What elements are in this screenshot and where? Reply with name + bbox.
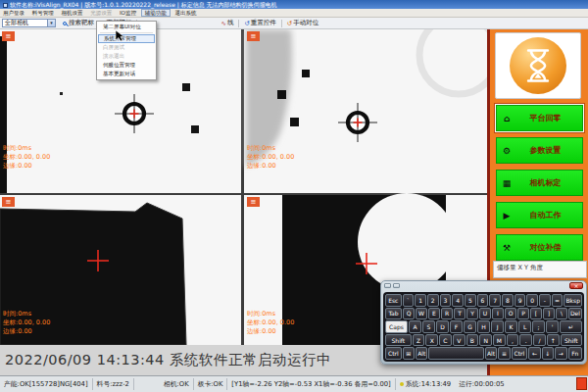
key-↵[interactable]: ↵ [560, 320, 582, 333]
close-icon[interactable]: × [569, 282, 583, 289]
menu-item-aux-functions[interactable]: 辅助功能 [141, 9, 171, 17]
key-p[interactable]: P [517, 308, 529, 320]
dropdown-item-system-exception[interactable]: 系统异常管理 [98, 34, 155, 43]
key-=[interactable]: = [552, 294, 564, 307]
key-bksp[interactable]: Bksp [564, 294, 581, 307]
draw-line-button[interactable]: ∿ 线 [218, 19, 236, 27]
parameter-settings-button[interactable]: ⚙ 参数设置 [496, 137, 583, 164]
camera-calibration-button[interactable]: ▦ 相机标定 [496, 170, 583, 196]
overlay-time: 时间:0ms [3, 310, 50, 318]
key-4[interactable]: 4 [452, 294, 464, 307]
key-5[interactable]: 5 [465, 294, 476, 307]
osk-dock-icon[interactable] [393, 283, 400, 288]
menu-item-io-monitor[interactable]: IO监控 [117, 9, 139, 17]
key-r[interactable]: R [441, 308, 453, 320]
key-⊞[interactable]: ⊞ [403, 347, 415, 360]
key-n[interactable]: N [479, 334, 492, 347]
key-u[interactable]: U [479, 308, 491, 320]
key-9[interactable]: 9 [514, 294, 526, 307]
key-t[interactable]: T [454, 308, 466, 320]
menu-item-part-manage[interactable]: 料号管理 [29, 9, 57, 17]
key-↑[interactable]: ↑ [547, 334, 560, 347]
key-0[interactable]: 0 [526, 294, 538, 307]
key-space[interactable] [428, 347, 483, 360]
dropdown-item-basic-update[interactable]: 基本更新对话 [98, 70, 155, 78]
key-f[interactable]: F [450, 320, 463, 333]
key-g[interactable]: G [464, 320, 476, 333]
key-s[interactable]: S [422, 320, 435, 333]
dropdown-item-servo-position[interactable]: 伺服位置管理 [98, 61, 155, 70]
key-←[interactable]: ← [528, 347, 540, 360]
key-`[interactable]: ` [403, 294, 415, 307]
key-z[interactable]: Z [413, 334, 425, 347]
key-d[interactable]: D [436, 320, 449, 333]
manual-align-button[interactable]: ↺ 手动对位 [284, 19, 321, 27]
key-i[interactable]: I [492, 308, 504, 320]
menu-item-light-settings[interactable]: 光源设置 [87, 9, 115, 17]
search-target-button[interactable]: 搜索靶标 [60, 19, 97, 27]
key-fn[interactable]: Fn [568, 347, 583, 360]
key-≡[interactable]: ≡ [498, 347, 510, 360]
key-1[interactable]: 1 [415, 294, 426, 307]
dropdown-item-white-screen-test[interactable]: 白屏测试 [98, 43, 155, 52]
key-alt[interactable]: Alt [416, 347, 427, 360]
key-[[interactable]: [ [530, 308, 542, 320]
key-↓[interactable]: ↓ [542, 347, 554, 360]
key-\[interactable]: \ [556, 308, 567, 320]
key-→[interactable]: → [555, 347, 566, 360]
status-part-no: 料号:zzz-2 [93, 378, 134, 390]
key-ctrl[interactable]: Ctrl [385, 347, 402, 360]
key-3[interactable]: 3 [440, 294, 452, 307]
key-x[interactable]: X [425, 334, 438, 347]
key-7[interactable]: 7 [489, 294, 501, 307]
key-;[interactable]: ; [532, 320, 545, 333]
menu-item-user-login[interactable]: 用户登录 [0, 9, 27, 17]
key-del[interactable]: Del [568, 308, 582, 320]
key-b[interactable]: B [466, 334, 479, 347]
key-shift[interactable]: Shift [561, 334, 582, 347]
key-shift[interactable]: Shift [385, 334, 412, 347]
key-2[interactable]: 2 [427, 294, 439, 307]
osk-options-icon[interactable] [384, 283, 391, 288]
dropdown-item-demo-exit[interactable]: 演示退出 [98, 52, 155, 61]
key-h[interactable]: H [477, 320, 490, 333]
key-e[interactable]: E [428, 308, 440, 320]
key-6[interactable]: 6 [477, 294, 489, 307]
key-k[interactable]: K [505, 320, 517, 333]
key-o[interactable]: O [505, 308, 516, 320]
overlay-info-3: 时间:0ms 坐标:0.00, 0.00 边缘:0.00 [3, 310, 50, 335]
camera-select-dropdown[interactable]: 全部相机 ▾ [2, 19, 56, 27]
key-alt[interactable]: Alt [485, 347, 497, 360]
status-alarm-box[interactable] [576, 377, 587, 390]
key--[interactable]: - [539, 294, 551, 307]
key-caps[interactable]: Caps [385, 320, 408, 333]
key-/[interactable]: / [533, 334, 546, 347]
platform-home-button[interactable]: ⌂ 平台回零 [496, 105, 583, 131]
draw-line-label: 线 [227, 19, 234, 27]
key-.[interactable]: . [519, 334, 532, 347]
key-m[interactable]: M [493, 334, 506, 347]
osk-title-bar[interactable]: × [381, 281, 586, 290]
title-bar[interactable]: 软件名称:iVisAlign_RX04 | 版本号:1.0.1.20220222… [0, 0, 588, 9]
key-a[interactable]: A [409, 320, 421, 333]
key-v[interactable]: V [453, 334, 466, 347]
menu-item-exit[interactable]: 退出系统 [172, 9, 199, 17]
key-8[interactable]: 8 [502, 294, 514, 307]
key-][interactable]: ] [543, 308, 555, 320]
key-'[interactable]: ' [546, 320, 559, 333]
auto-work-button[interactable]: ▶ 自动工作 [496, 202, 583, 228]
key-q[interactable]: Q [403, 308, 415, 320]
align-compensation-button[interactable]: ⚒ 对位补偿 [496, 234, 583, 261]
key-j[interactable]: J [491, 320, 504, 333]
key-tab[interactable]: Tab [385, 308, 402, 320]
key-ctrl[interactable]: Ctrl [512, 347, 528, 360]
key-w[interactable]: W [416, 308, 427, 320]
dropdown-item-second-screen[interactable]: 第二屏幕UI对位 [98, 23, 155, 31]
key-esc[interactable]: Esc [385, 294, 402, 307]
menu-item-camera-settings[interactable]: 相机设置 [59, 9, 86, 17]
key-c[interactable]: C [439, 334, 452, 347]
key-y[interactable]: Y [466, 308, 478, 320]
key-,[interactable]: , [507, 334, 519, 347]
key-l[interactable]: L [518, 320, 531, 333]
reset-controls-button[interactable]: ↺ 重置控件 [241, 19, 278, 27]
